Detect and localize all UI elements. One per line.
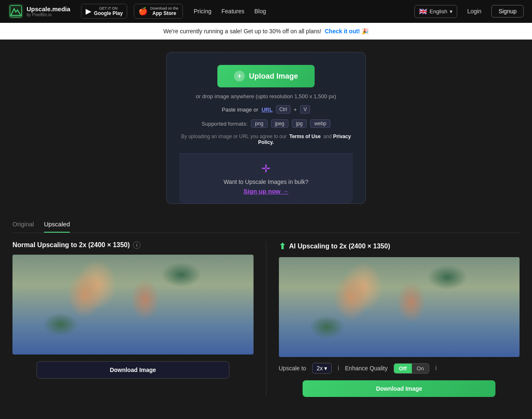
upscale-value: 2x bbox=[317, 365, 323, 372]
logo-text: Upscale.media by PixelBin.io bbox=[27, 5, 70, 17]
v-key-badge: V bbox=[300, 105, 310, 114]
ai-upscaling-title: ⬆ AI Upscaling to 2x (2400 × 1350) bbox=[279, 241, 520, 251]
language-selector[interactable]: 🇬🇧 English ▾ bbox=[414, 5, 458, 18]
sale-link[interactable]: Check it out! 🎉 bbox=[325, 28, 369, 35]
paste-text: Paste image or bbox=[222, 107, 258, 113]
enhance-off-button[interactable]: Off bbox=[394, 364, 412, 373]
flag-icon: 🇬🇧 bbox=[419, 7, 427, 15]
logo-main-text: Upscale.media bbox=[27, 5, 70, 12]
upload-section: + Upload Image or drop image anywhere (u… bbox=[0, 40, 532, 212]
ai-download-area: Download Image bbox=[279, 380, 520, 397]
ctrl-key-badge: Ctrl bbox=[276, 105, 291, 114]
format-jpeg: jpeg bbox=[271, 119, 289, 128]
upscale-to-label: Upscale to bbox=[279, 365, 306, 372]
plus-separator: + bbox=[294, 107, 297, 113]
app-store-button[interactable]: 🍎 Download on the App Store bbox=[134, 4, 183, 19]
ai-upscaling-label: AI Upscaling to 2x (2400 × 1350) bbox=[289, 243, 390, 250]
app-store-text: Download on the App Store bbox=[150, 6, 178, 16]
sale-banner: We're currently running a sale! Get up t… bbox=[0, 23, 532, 40]
normal-upscaling-label: Normal Upscaling to 2x (2400 × 1350) bbox=[12, 241, 130, 249]
upscale-dropdown[interactable]: 2x ▾ bbox=[312, 363, 332, 374]
tabs: Original Upscaled bbox=[12, 221, 520, 233]
chevron-down-icon: ▾ bbox=[450, 8, 453, 15]
terms-mid: and bbox=[323, 134, 332, 139]
logo: Upscale.media by PixelBin.io bbox=[8, 4, 70, 19]
upload-button-label: Upload Image bbox=[249, 72, 298, 81]
tab-upscaled[interactable]: Upscaled bbox=[44, 221, 70, 233]
logo-sub-text: by PixelBin.io bbox=[27, 12, 70, 17]
dropdown-chevron-icon: ▾ bbox=[324, 365, 327, 372]
logo-icon bbox=[8, 4, 23, 19]
lang-label: English bbox=[430, 8, 448, 15]
tabs-section: Original Upscaled bbox=[0, 212, 532, 233]
normal-download-area: Download Image bbox=[12, 361, 254, 379]
enhance-info-icon[interactable]: i bbox=[435, 364, 437, 372]
normal-upscaling-col: Normal Upscaling to 2x (2400 × 1350) i D… bbox=[12, 241, 262, 397]
signup-button[interactable]: Signup bbox=[491, 5, 524, 17]
navbar: Upscale.media by PixelBin.io ▶ GET IT ON… bbox=[0, 0, 532, 23]
nav-links: Pricing Features Blog bbox=[194, 8, 266, 15]
nav-link-features[interactable]: Features bbox=[222, 8, 244, 15]
signup-now-link[interactable]: Sign up now → bbox=[244, 188, 288, 195]
nav-link-blog[interactable]: Blog bbox=[254, 8, 266, 15]
terms-pre: By uploading an image or URL you agree t… bbox=[181, 134, 287, 139]
plus-icon: + bbox=[234, 71, 245, 82]
terms-text: By uploading an image or URL you agree t… bbox=[179, 134, 353, 145]
normal-image bbox=[12, 255, 254, 355]
ai-upscale-icon: ⬆ bbox=[279, 241, 286, 251]
terms-link[interactable]: Terms of Use bbox=[289, 134, 320, 139]
format-jpg: jpg bbox=[292, 119, 307, 128]
ai-photo bbox=[279, 257, 520, 357]
nav-right: 🇬🇧 English ▾ Login Signup bbox=[414, 5, 524, 18]
normal-upscaling-title: Normal Upscaling to 2x (2400 × 1350) i bbox=[12, 241, 254, 249]
google-play-button[interactable]: ▶ GET IT ON Google Play bbox=[81, 4, 127, 19]
bulk-area: ✛ Want to Upscale Images in bulk? Sign u… bbox=[179, 154, 353, 203]
login-button[interactable]: Login bbox=[462, 5, 486, 17]
normal-photo bbox=[12, 255, 254, 355]
drop-text: or drop image anywhere (upto resolution … bbox=[196, 93, 336, 99]
normal-download-button[interactable]: Download Image bbox=[37, 361, 229, 379]
url-link[interactable]: URL bbox=[261, 107, 273, 113]
tab-original[interactable]: Original bbox=[12, 221, 34, 233]
enhance-quality-label: Enhance Quality bbox=[345, 365, 388, 372]
nav-link-pricing[interactable]: Pricing bbox=[194, 8, 212, 15]
upload-card: + Upload Image or drop image anywhere (u… bbox=[166, 52, 366, 204]
format-png: png bbox=[251, 119, 268, 128]
paste-row: Paste image or URL Ctrl + V bbox=[222, 105, 310, 114]
enhance-quality-toggle: Off On bbox=[394, 363, 429, 374]
upscale-controls: Upscale to 2x ▾ i Enhance Quality Off On… bbox=[279, 363, 520, 374]
ai-image bbox=[279, 257, 520, 357]
col-divider bbox=[266, 241, 266, 397]
formats-label: Supported formats: bbox=[202, 121, 248, 127]
google-play-icon: ▶ bbox=[86, 7, 91, 16]
format-webp: webp bbox=[310, 119, 330, 128]
ai-upscaling-col: ⬆ AI Upscaling to 2x (2400 × 1350) Upsca… bbox=[271, 241, 520, 397]
formats-row: Supported formats: png jpeg jpg webp bbox=[202, 119, 330, 128]
comparison-section: Normal Upscaling to 2x (2400 × 1350) i D… bbox=[0, 233, 532, 405]
upload-image-button[interactable]: + Upload Image bbox=[217, 65, 315, 87]
sale-text: We're currently running a sale! Get up t… bbox=[163, 28, 321, 35]
bulk-text: Want to Upscale Images in bulk? bbox=[187, 179, 345, 185]
normal-info-icon[interactable]: i bbox=[133, 241, 140, 249]
apple-icon: 🍎 bbox=[138, 7, 148, 16]
upscale-info-icon[interactable]: i bbox=[337, 364, 339, 372]
ai-download-button[interactable]: Download Image bbox=[303, 380, 495, 397]
bulk-upscale-icon: ✛ bbox=[187, 162, 345, 175]
enhance-on-button[interactable]: On bbox=[412, 364, 429, 373]
google-play-text: GET IT ON Google Play bbox=[94, 6, 123, 16]
